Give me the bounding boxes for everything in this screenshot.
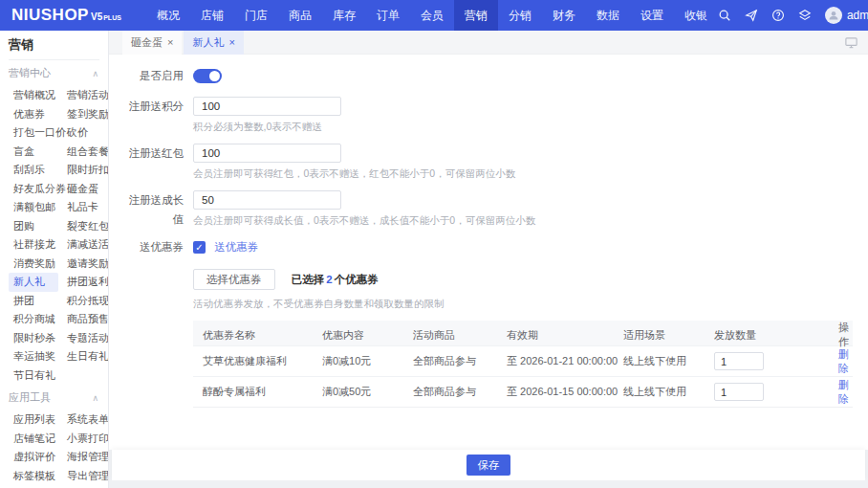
sidebar-item[interactable]: 满额包邮 bbox=[9, 198, 58, 217]
sidebar-item[interactable]: 社群接龙 bbox=[9, 235, 58, 255]
coupon-goods: 全部商品参与 bbox=[413, 354, 507, 368]
growth-input[interactable] bbox=[193, 190, 341, 210]
sidebar-item[interactable]: 消费奖励 bbox=[9, 255, 58, 274]
sidebar-item[interactable]: 小票打印 bbox=[62, 430, 109, 449]
help-icon[interactable] bbox=[771, 9, 785, 22]
sidebar-item[interactable]: 限时秒杀 bbox=[9, 329, 58, 348]
sidebar-item[interactable]: 拼团 bbox=[9, 292, 58, 311]
sidebar-item[interactable]: 拼团返利 bbox=[62, 273, 109, 292]
nav-item-orders[interactable]: 订单 bbox=[366, 0, 410, 31]
qty-input[interactable] bbox=[714, 352, 764, 370]
nav-item-overview[interactable]: 概况 bbox=[146, 0, 190, 31]
sidebar-item[interactable]: 标签模板 bbox=[9, 467, 58, 486]
sidebar-item[interactable]: 限时折扣 bbox=[62, 161, 109, 180]
nav-item-finance[interactable]: 财务 bbox=[542, 0, 586, 31]
sidebar-item[interactable]: 应用列表 bbox=[9, 410, 58, 430]
close-icon[interactable]: × bbox=[167, 37, 173, 48]
sidebar-section-marketing-center[interactable]: 营销中心 ∧ bbox=[9, 60, 108, 86]
nav-item-store[interactable]: 门店 bbox=[234, 0, 278, 31]
sidebar-items-tools: 应用列表 系统表单 店铺笔记 小票打印 虚拟评价 海报管理 标签模板 导出管理 … bbox=[9, 410, 108, 488]
sidebar-item[interactable]: 刮刮乐 bbox=[9, 161, 58, 180]
tab-actions-icon[interactable] bbox=[844, 35, 858, 50]
close-icon[interactable]: × bbox=[228, 37, 234, 48]
bottom-strip bbox=[109, 480, 868, 488]
points-input[interactable] bbox=[193, 97, 341, 116]
sidebar-item[interactable]: 虚拟评价 bbox=[9, 448, 58, 467]
table-row: 醇酚专属福利 满0减50元 全部商品参与 至 2026-01-15 00:00:… bbox=[193, 376, 853, 407]
sidebar-item[interactable]: 满减送活动 bbox=[62, 235, 109, 255]
nav-item-settings[interactable]: 设置 bbox=[630, 0, 674, 31]
delete-link[interactable]: 删除 bbox=[838, 379, 849, 405]
sidebar-item[interactable]: 签到奖励 bbox=[62, 105, 109, 124]
sidebar-item[interactable]: 积分商城 bbox=[9, 310, 58, 329]
nav-item-members[interactable]: 会员 bbox=[410, 0, 454, 31]
enable-toggle[interactable] bbox=[193, 69, 222, 83]
sidebar-section-app-tools[interactable]: 应用工具 ∧ bbox=[9, 385, 108, 410]
save-button[interactable]: 保存 bbox=[467, 455, 510, 476]
chevron-up-icon: ∧ bbox=[92, 393, 98, 403]
user-name: admin bbox=[847, 9, 868, 22]
sidebar-item[interactable]: 团购 bbox=[9, 217, 58, 236]
sidebar-item[interactable]: 节日有礼 bbox=[9, 366, 58, 386]
sidebar-item[interactable]: 幸运抽奖 bbox=[9, 347, 58, 366]
sidebar-item[interactable]: 导出管理 bbox=[62, 467, 109, 486]
enable-row: 是否启用 bbox=[124, 66, 853, 85]
nav-item-data[interactable]: 数据 bbox=[586, 0, 630, 31]
select-coupon-button[interactable]: 选择优惠券 bbox=[193, 269, 275, 290]
sidebar-item[interactable]: 系统表单 bbox=[62, 410, 109, 430]
coupon-content: 满0减50元 bbox=[322, 385, 413, 399]
sidebar-item[interactable]: 营销概况 bbox=[9, 86, 58, 105]
nav-item-goods[interactable]: 商品 bbox=[278, 0, 322, 31]
paper-plane-icon[interactable] bbox=[745, 9, 758, 22]
form-card: 是否启用 注册送积分 积分必须为整数,0表示不赠送 注册送红包 bbox=[109, 55, 868, 450]
nav-item-marketing[interactable]: 营销 bbox=[454, 0, 498, 31]
sidebar-item[interactable]: 积分抵现 bbox=[62, 292, 109, 311]
col-scene: 适用场景 bbox=[623, 328, 714, 343]
coupon-table: 优惠券名称 优惠内容 活动商品 有效期 适用场景 发放数量 操作 艾草优惠健康福 bbox=[193, 321, 853, 408]
sidebar-item[interactable]: 优惠券 bbox=[9, 105, 58, 124]
sidebar-item[interactable]: 砍价 bbox=[62, 123, 109, 143]
qty-input[interactable] bbox=[714, 383, 764, 401]
tab-new-member-gift[interactable]: 新人礼 × bbox=[184, 31, 243, 55]
sidebar-item[interactable]: 裂变红包 bbox=[62, 217, 109, 236]
sidebar-item[interactable]: 礼品卡 bbox=[62, 198, 109, 217]
sidebar-item[interactable]: 邀请奖励 bbox=[62, 255, 109, 274]
growth-hint: 会员注册即可获得成长值，0表示不赠送，成长值不能小于0，可保留两位小数 bbox=[193, 214, 853, 227]
sidebar-item[interactable]: 专题活动 bbox=[62, 329, 109, 348]
col-action: 操作 bbox=[838, 321, 851, 349]
tab-label: 砸金蛋 bbox=[131, 31, 163, 55]
growth-row: 注册送成长值 会员注册即可获得成长值，0表示不赠送，成长值不能小于0，可保留两位… bbox=[124, 190, 853, 237]
sidebar-item[interactable]: 打包一口价 bbox=[9, 123, 58, 143]
sidebar-item[interactable]: 店铺笔记 bbox=[9, 430, 58, 449]
sidebar-item[interactable]: 砸金蛋 bbox=[62, 180, 109, 199]
nav-item-cashier[interactable]: 收银 bbox=[674, 0, 718, 31]
sidebar-item[interactable]: 商品预售 bbox=[62, 310, 109, 329]
coupon-checkbox-label[interactable]: 送优惠券 bbox=[214, 241, 258, 253]
tab-golden-egg[interactable]: 砸金蛋 × bbox=[122, 31, 182, 55]
top-navbar: NIUSHOP V5 PLUS 概况 店铺 门店 商品 库存 订单 会员 营销 … bbox=[0, 0, 868, 31]
sidebar-item[interactable]: 营销活动 bbox=[62, 86, 109, 105]
redpacket-input[interactable] bbox=[193, 144, 341, 163]
user-menu[interactable]: admin ∨ bbox=[825, 7, 868, 24]
sidebar-item[interactable]: 组合套餐 bbox=[62, 143, 109, 162]
sidebar-item[interactable]: 好友瓜分券 bbox=[9, 180, 58, 199]
sidebar-item[interactable]: 盲盒 bbox=[9, 143, 58, 162]
sidebar: 营销 营销中心 ∧ 营销概况 营销活动 优惠券 签到奖励 打包一口价 砍价 盲盒… bbox=[0, 31, 109, 488]
coupon-scene: 线上线下使用 bbox=[623, 385, 714, 399]
sidebar-item[interactable]: 生日有礼 bbox=[62, 347, 109, 366]
nav-item-shop[interactable]: 店铺 bbox=[190, 0, 234, 31]
brand-logo[interactable]: NIUSHOP V5 PLUS bbox=[11, 6, 121, 25]
selected-coupon-count: 2 bbox=[326, 274, 332, 285]
coupon-checkbox[interactable]: ✓ bbox=[193, 241, 206, 254]
user-avatar-icon bbox=[825, 7, 842, 24]
nav-item-stock[interactable]: 库存 bbox=[322, 0, 366, 31]
layers-icon[interactable] bbox=[798, 9, 812, 22]
brand-edition: V5 bbox=[91, 11, 102, 22]
sidebar-item-new-member-gift[interactable]: 新人礼 bbox=[9, 273, 58, 292]
search-icon[interactable] bbox=[718, 9, 731, 22]
sidebar-item[interactable]: 海报管理 bbox=[62, 448, 109, 467]
nav-item-distribution[interactable]: 分销 bbox=[498, 0, 542, 31]
delete-link[interactable]: 删除 bbox=[838, 348, 849, 374]
coupon-validity: 至 2026-01-21 00:00:00 bbox=[507, 354, 623, 368]
coupon-select-row: 选择优惠券 已选择2个优惠券 活动优惠券发放，不受优惠券自身数量和领取数量的限制… bbox=[124, 269, 853, 408]
